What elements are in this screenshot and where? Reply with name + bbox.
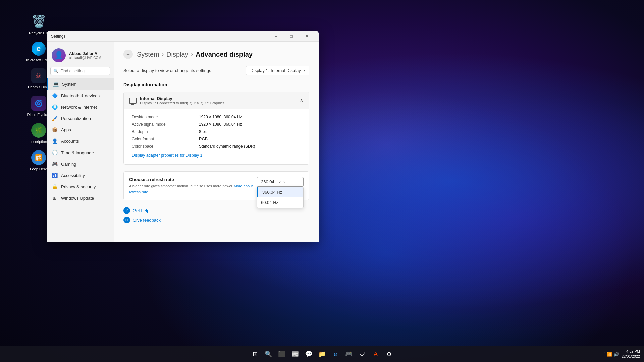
taskbar-center: ⊞ 🔍 ⬛ 📰 💬 📁 e 🎮 🛡 A ⚙ <box>249 348 395 360</box>
sidebar-item-system-label: System <box>62 82 76 87</box>
refresh-rate-60-label: 60.04 Hz <box>261 200 278 205</box>
give-feedback-link[interactable]: ✉ Give feedback <box>123 217 309 223</box>
restore-button[interactable]: □ <box>284 31 299 42</box>
sidebar-item-accessibility[interactable]: ♿ Accessibility <box>47 170 114 181</box>
info-row-color-format: Color format RGB <box>132 135 301 143</box>
breadcrumb-system[interactable]: System <box>137 51 159 58</box>
taskbar-volume-icon[interactable]: 🔊 <box>613 352 619 357</box>
get-help-label: Get help <box>133 208 149 213</box>
system-icon: 💻 <box>53 81 59 87</box>
taskbar-file-explorer[interactable]: 📁 <box>316 348 328 360</box>
taskbar-adobe[interactable]: A <box>370 348 382 360</box>
taskbar-chat[interactable]: 💬 <box>303 348 315 360</box>
display-name: Internal Display <box>140 96 224 101</box>
inscription-label: Inscription <box>30 140 47 144</box>
adapter-link[interactable]: Display adapter properties for Display 1 <box>132 152 202 159</box>
breadcrumb-advanced-display: Advanced display <box>196 51 253 58</box>
breadcrumb-display[interactable]: Display <box>166 51 189 58</box>
refresh-dropdown-menu: 360.04 Hz 60.04 Hz <box>257 187 304 208</box>
sidebar-item-system[interactable]: 💻 System <box>47 78 114 90</box>
display-selector-label: Select a display to view or change its s… <box>123 68 211 73</box>
display-subtitle: Display 1: Connected to Intel(R) Iris(R)… <box>140 101 224 105</box>
taskbar-search-button[interactable]: 🔍 <box>262 348 274 360</box>
sidebar-item-personalization-label: Personalization <box>61 116 91 121</box>
apps-icon: 📦 <box>52 127 58 133</box>
display-selector-value: Display 1: Internal Display <box>250 68 301 73</box>
taskbar-xbox[interactable]: 🎮 <box>343 348 355 360</box>
search-icon: 🔍 <box>53 69 58 73</box>
info-row-signal-mode: Active signal mode 1920 × 1080, 360.04 H… <box>132 121 301 128</box>
recycle-bin-label: Recycle Bin <box>29 31 48 35</box>
sidebar-item-privacy[interactable]: 🔒 Privacy & security <box>47 181 114 192</box>
desktop: 🗑️ Recycle Bin e Microsoft Edge ☠ Death'… <box>0 0 644 362</box>
sidebar-item-windows-update[interactable]: ⊞ Windows Update <box>47 192 114 204</box>
sidebar-item-apps[interactable]: 📦 Apps <box>47 124 114 135</box>
taskbar-start-button[interactable]: ⊞ <box>249 348 261 360</box>
sidebar-item-bluetooth[interactable]: 🔷 Bluetooth & devices <box>47 90 114 101</box>
taskbar-task-view[interactable]: ⬛ <box>276 348 288 360</box>
sidebar-item-accessibility-label: Accessibility <box>61 173 85 178</box>
display-selector-dropdown[interactable]: Display 1: Internal Display › <box>246 66 309 75</box>
window-body: 👤 Abbas Jaffar Ali ajaffarali@LIVE.COM 🔍… <box>47 42 319 242</box>
sidebar-item-time-label: Time & language <box>61 150 94 155</box>
taskbar-security[interactable]: 🛡 <box>356 348 368 360</box>
color-space-label: Color space <box>132 144 199 149</box>
search-input[interactable] <box>60 69 111 73</box>
info-row-adapter-link: Display adapter properties for Display 1 <box>132 150 301 160</box>
avatar: 👤 <box>52 48 66 62</box>
refresh-rate-360-label: 360.04 Hz <box>262 190 282 195</box>
display-card-names: Internal Display Display 1: Connected to… <box>140 96 224 105</box>
taskbar-settings[interactable]: ⚙ <box>383 348 395 360</box>
sidebar-item-time[interactable]: 🕐 Time & language <box>47 147 114 158</box>
refresh-rate-section: Choose a refresh rate A higher rate give… <box>123 171 309 200</box>
sidebar-item-gaming[interactable]: 🎮 Gaming <box>47 158 114 170</box>
desktop-mode-label: Desktop mode <box>132 115 199 119</box>
sidebar-item-apps-label: Apps <box>61 127 71 132</box>
refresh-section-text: Choose a refresh rate A higher rate give… <box>129 177 257 195</box>
minimize-button[interactable]: − <box>268 31 284 42</box>
close-button[interactable]: ✕ <box>299 31 315 42</box>
sidebar-item-personalization[interactable]: 🖌️ Personalization <box>47 113 114 124</box>
taskbar-wifi-icon[interactable]: 📶 <box>607 352 612 357</box>
bit-depth-label: Bit depth <box>132 129 199 134</box>
accounts-icon: 👤 <box>52 138 58 144</box>
time-icon: 🕐 <box>52 149 58 156</box>
signal-mode-value: 1920 × 1080, 360.04 Hz <box>199 122 242 127</box>
info-row-bit-depth: Bit depth 8-bit <box>132 128 301 135</box>
taskbar: ⊞ 🔍 ⬛ 📰 💬 📁 e 🎮 🛡 A ⚙ ˄ 📶 🔊 4:52 PM 22/0… <box>0 346 644 362</box>
sidebar-item-accounts[interactable]: 👤 Accounts <box>47 135 114 147</box>
display-card: Internal Display Display 1: Connected to… <box>123 92 309 165</box>
taskbar-clock[interactable]: 4:52 PM 22/01/2022 <box>622 349 640 359</box>
clock-time: 4:52 PM <box>626 349 640 354</box>
refresh-dropdown-button[interactable]: 360.04 Hz › <box>257 177 304 187</box>
display-info-section-title: Display information <box>123 82 309 87</box>
refresh-section-header: Choose a refresh rate A higher rate give… <box>129 177 304 195</box>
windows-update-icon: ⊞ <box>52 195 58 201</box>
get-help-link[interactable]: ? Get help <box>123 207 309 214</box>
info-row-color-space: Color space Standard dynamic range (SDR) <box>132 143 301 150</box>
taskbar-sys-icons: ˄ 📶 🔊 <box>603 352 619 357</box>
taskbar-expand-icon[interactable]: ˄ <box>603 352 605 357</box>
display-card-header: Internal Display Display 1: Connected to… <box>124 92 309 109</box>
taskbar-edge[interactable]: e <box>329 348 341 360</box>
get-help-icon: ? <box>123 207 130 214</box>
refresh-rate-option-60[interactable]: 60.04 Hz <box>257 197 303 208</box>
disco-elysium-icon: 🌀 <box>31 96 46 111</box>
taskbar-widgets[interactable]: 📰 <box>289 348 301 360</box>
collapse-button[interactable]: ∧ <box>300 97 304 104</box>
sidebar-item-network[interactable]: 🌐 Network & internet <box>47 101 114 113</box>
privacy-icon: 🔒 <box>52 184 58 190</box>
sidebar-item-network-label: Network & internet <box>61 105 97 110</box>
refresh-rate-option-360[interactable]: 360.04 Hz <box>257 187 303 197</box>
bluetooth-icon: 🔷 <box>52 93 58 99</box>
personalization-icon: 🖌️ <box>52 115 58 121</box>
selected-indicator <box>257 187 258 197</box>
taskbar-right: ˄ 📶 🔊 4:52 PM 22/01/2022 <box>603 349 640 359</box>
user-info[interactable]: 👤 Abbas Jaffar Ali ajaffarali@LIVE.COM <box>47 46 114 67</box>
accessibility-icon: ♿ <box>52 172 58 178</box>
sidebar-item-accounts-label: Accounts <box>61 139 79 144</box>
back-button[interactable]: ← <box>123 50 133 59</box>
search-box[interactable]: 🔍 <box>50 67 110 75</box>
color-format-label: Color format <box>132 137 199 141</box>
gaming-icon: 🎮 <box>52 161 58 167</box>
